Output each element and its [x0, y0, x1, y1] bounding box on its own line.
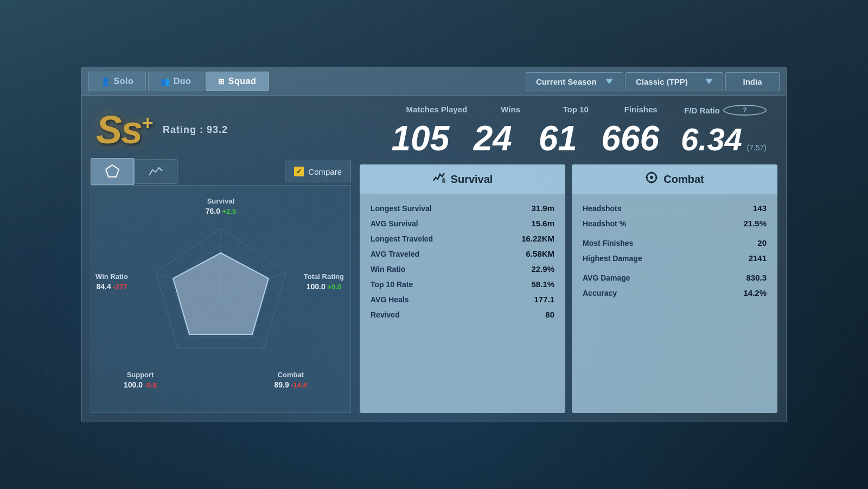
compare-btn[interactable]: ✓ Compare: [285, 161, 351, 182]
season-dropdown-label: Current Season: [536, 77, 597, 86]
stat-row: Most Finishes20: [583, 236, 767, 251]
radar-chart: [134, 218, 308, 380]
combat-title: Combat: [663, 173, 704, 186]
radar-controls: ✓ Compare: [91, 158, 351, 185]
stat-row: AVG Traveled6.58KM: [371, 246, 554, 262]
stat-row: AVG Damage830.3: [583, 270, 767, 285]
header-wins: Wins: [489, 105, 532, 116]
rank-section: Ss+ Rating : 93.2: [91, 105, 351, 158]
stat-row: Longest Survival31.9m: [371, 201, 554, 216]
combat-card-header: Combat: [572, 164, 777, 194]
rating-text: Rating : 93.2: [163, 124, 228, 136]
duo-icon: 👥: [161, 77, 170, 86]
svg-marker-0: [106, 165, 119, 177]
season-chevron-icon: [605, 79, 613, 84]
tab-solo[interactable]: 👤 Solo: [88, 72, 146, 91]
stats-cards: Survival Longest Survival31.9mAVG Surviv…: [360, 164, 777, 413]
mode-dropdown[interactable]: Classic (TPP): [626, 72, 723, 91]
header-finishes: Finishes: [619, 105, 662, 116]
tab-solo-label: Solo: [114, 77, 134, 86]
stat-row: Headshots143: [583, 201, 767, 216]
label-combat: Combat 89.9 -14.4: [274, 370, 307, 391]
combat-icon: [645, 171, 658, 187]
radar-container: Survival 76.0 +2.5 Total Rating 100.0 +0…: [91, 185, 351, 413]
header-matches: Matches Played: [406, 105, 468, 116]
stat-row: Top 10 Rate58.1%: [371, 277, 554, 292]
svg-marker-9: [173, 253, 269, 334]
svg-point-13: [650, 176, 653, 179]
left-panel: Ss+ Rating : 93.2 ✓ Compar: [91, 105, 351, 413]
header-fd: F/D Ratio ?: [684, 105, 767, 116]
label-total-rating: Total Rating 100.0 +0.0: [304, 272, 344, 293]
big-stats: 105 24 61 666 6.34 (7.57): [360, 121, 777, 164]
fd-help-icon[interactable]: ?: [723, 105, 767, 116]
label-survival: Survival 76.0 +2.5: [206, 196, 237, 217]
combat-card-body: Headshots143Headshot %21.5%Most Finishes…: [572, 194, 777, 307]
stat-matches-played: 105: [392, 121, 450, 156]
survival-card-header: Survival: [360, 164, 565, 194]
stat-row: Win Ratio22.9%: [371, 262, 554, 277]
survival-card: Survival Longest Survival31.9mAVG Surviv…: [360, 164, 565, 413]
svg-rect-11: [443, 177, 444, 180]
radar-line-btn[interactable]: [134, 160, 177, 183]
label-win-ratio: Win Ratio 84.4 -277: [95, 272, 128, 293]
stat-row: Headshot %21.5%: [583, 216, 767, 231]
tab-duo-label: Duo: [174, 77, 192, 86]
stat-top10: 61: [536, 121, 579, 156]
tab-squad[interactable]: ⊞ Squad: [206, 72, 269, 91]
stat-row: AVG Survival15.6m: [371, 216, 554, 231]
stat-fd-ratio: 6.34 (7.57): [681, 124, 767, 155]
squad-icon: ⊞: [218, 77, 225, 86]
main-container: 👤 Solo 👥 Duo ⊞ Squad Current Season Clas…: [81, 67, 787, 422]
compare-checkbox: ✓: [294, 167, 304, 176]
radar-pentagon-btn[interactable]: [91, 158, 134, 185]
tab-squad-label: Squad: [228, 77, 256, 86]
solo-icon: 👤: [101, 77, 111, 86]
label-support: Support 100.0 -0.8: [124, 370, 157, 391]
tab-duo[interactable]: 👥 Duo: [148, 72, 203, 91]
combat-card: Combat Headshots143Headshot %21.5%Most F…: [572, 164, 777, 413]
stat-row: Highest Damage2141: [583, 251, 767, 266]
mode-chevron-icon: [705, 79, 713, 84]
survival-card-body: Longest Survival31.9mAVG Survival15.6mLo…: [360, 194, 565, 328]
stat-row: Longest Traveled16.22KM: [371, 231, 554, 246]
stat-row: Accuracy14.2%: [583, 285, 767, 300]
survival-title: Survival: [451, 173, 493, 186]
rank-badge: Ss+: [96, 110, 152, 149]
top-nav: 👤 Solo 👥 Duo ⊞ Squad Current Season Clas…: [82, 67, 786, 96]
stat-row: Revived80: [371, 307, 554, 322]
region-label: India: [725, 72, 780, 91]
right-panel: Matches Played Wins Top 10 Finishes F/D …: [360, 105, 777, 413]
header-top10: Top 10: [554, 105, 597, 116]
season-dropdown[interactable]: Current Season: [526, 72, 623, 91]
compare-label: Compare: [308, 167, 342, 176]
stat-wins: 24: [471, 121, 514, 156]
survival-icon: [432, 171, 445, 187]
stat-row: AVG Heals177.1: [371, 292, 554, 307]
mode-dropdown-label: Classic (TPP): [636, 77, 688, 86]
stat-finishes: 666: [601, 121, 659, 156]
content-area: Ss+ Rating : 93.2 ✓ Compar: [82, 96, 786, 422]
